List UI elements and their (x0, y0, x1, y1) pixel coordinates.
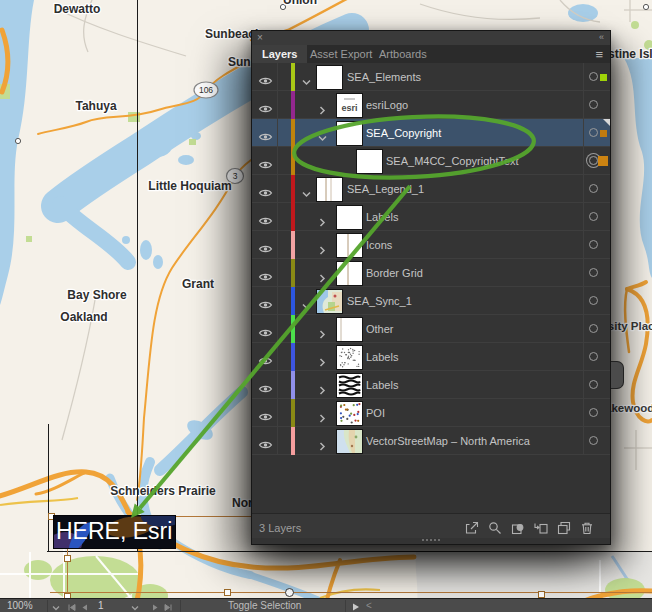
layer-name[interactable]: SEA_Sync_1 (347, 287, 412, 315)
layer-thumbnail[interactable] (336, 429, 363, 454)
artboard-number[interactable]: 1 (98, 599, 104, 612)
layer-row[interactable]: POI (252, 399, 610, 427)
layer-row[interactable]: SEA_M4CC_CopyrightText (252, 147, 610, 175)
selection-handle[interactable] (64, 555, 71, 562)
chevron-right-icon[interactable] (318, 241, 327, 259)
chevron-right-icon[interactable] (318, 101, 327, 119)
layer-name[interactable]: Other (366, 315, 394, 343)
visibility-eye-icon[interactable] (258, 380, 273, 398)
layer-thumbnail[interactable] (336, 373, 363, 398)
target-circle[interactable] (589, 184, 598, 193)
selection-center-point[interactable] (285, 588, 294, 597)
target-circle[interactable] (589, 436, 598, 445)
visibility-eye-icon[interactable] (258, 184, 273, 202)
chevron-down-icon[interactable] (302, 185, 311, 203)
layer-thumbnail[interactable] (356, 149, 383, 174)
chevron-down-icon[interactable] (302, 73, 311, 91)
layer-name[interactable]: Labels (366, 343, 398, 371)
collapse-panel-icon[interactable]: « (599, 31, 604, 44)
artboard-dropdown-icon[interactable] (131, 602, 139, 612)
panel-menu-icon[interactable]: ≡ (595, 46, 603, 63)
locate-object-icon[interactable] (488, 521, 502, 535)
chevron-right-icon[interactable] (318, 437, 327, 455)
new-layer-icon[interactable] (557, 521, 571, 535)
layer-name[interactable]: Border Grid (366, 259, 423, 287)
target-circle[interactable] (589, 240, 598, 249)
last-artboard-icon[interactable] (164, 602, 172, 612)
visibility-eye-icon[interactable] (258, 72, 273, 90)
layer-name[interactable]: esriLogo (366, 91, 408, 119)
selection-handle[interactable] (538, 591, 545, 598)
layer-thumbnail[interactable] (336, 345, 363, 370)
target-circle[interactable] (589, 156, 598, 165)
layer-row[interactable]: VectorStreetMap – North America (252, 427, 610, 455)
layer-row[interactable]: Labels (252, 371, 610, 399)
layer-thumbnail[interactable] (316, 65, 343, 90)
prev-artboard-icon[interactable] (81, 602, 88, 612)
first-artboard-icon[interactable] (68, 602, 76, 612)
selection-color-chip[interactable] (598, 156, 608, 166)
tab-artboards[interactable]: Artboards (369, 45, 437, 63)
chevron-right-icon[interactable] (318, 381, 327, 399)
visibility-eye-icon[interactable] (258, 156, 273, 174)
layer-thumbnail[interactable] (336, 261, 363, 286)
layer-row[interactable]: Border Grid (252, 259, 610, 287)
visibility-eye-icon[interactable] (258, 408, 273, 426)
visibility-eye-icon[interactable] (258, 240, 273, 258)
selection-color-chip[interactable] (600, 130, 607, 137)
layer-name[interactable]: POI (366, 399, 385, 427)
layer-name[interactable]: SEA_Elements (347, 63, 421, 91)
layer-name[interactable]: Icons (366, 231, 392, 259)
zoom-dropdown-icon[interactable] (52, 602, 60, 612)
panel-resize-grip[interactable] (252, 538, 610, 544)
layer-thumbnail[interactable]: esri (336, 93, 363, 118)
visibility-eye-icon[interactable] (258, 100, 273, 118)
layer-row[interactable]: SEA_Legend_1 (252, 175, 610, 203)
layer-thumbnail[interactable] (336, 205, 363, 230)
target-circle[interactable] (589, 324, 598, 333)
target-circle[interactable] (589, 72, 598, 81)
panel-drag-handle[interactable] (611, 361, 624, 389)
layer-thumbnail[interactable] (336, 317, 363, 342)
copyright-text-object[interactable]: HERE, Esri (53, 515, 176, 549)
target-circle[interactable] (589, 380, 598, 389)
visibility-eye-icon[interactable] (258, 436, 273, 454)
target-circle[interactable] (589, 408, 598, 417)
layer-row[interactable]: Labels (252, 203, 610, 231)
play-icon[interactable] (352, 602, 360, 612)
layer-name[interactable]: SEA_Copyright (366, 119, 441, 147)
selection-color-chip[interactable] (600, 74, 607, 81)
visibility-eye-icon[interactable] (258, 212, 273, 230)
layer-name[interactable]: SEA_Legend_1 (347, 175, 424, 203)
chevron-right-icon[interactable] (318, 213, 327, 231)
next-artboard-icon[interactable] (152, 602, 159, 612)
chevron-right-icon[interactable] (318, 409, 327, 427)
target-circle[interactable] (589, 268, 598, 277)
make-release-clipping-mask-icon[interactable] (511, 521, 525, 535)
target-circle[interactable] (589, 296, 598, 305)
layer-name[interactable]: SEA_M4CC_CopyrightText (386, 147, 519, 175)
layer-thumbnail[interactable] (316, 289, 343, 314)
chevron-right-icon[interactable] (318, 353, 327, 371)
chevron-down-icon[interactable] (302, 297, 311, 315)
layer-name[interactable]: Labels (366, 203, 398, 231)
close-icon[interactable]: × (257, 31, 263, 44)
back-arrow[interactable]: < (366, 599, 372, 612)
layer-row[interactable]: Icons (252, 231, 610, 259)
panel-titlebar[interactable]: × « (252, 31, 610, 46)
zoom-level[interactable]: 100% (7, 599, 33, 612)
layer-row[interactable]: Other (252, 315, 610, 343)
visibility-eye-icon[interactable] (258, 324, 273, 342)
delete-selection-icon[interactable] (580, 521, 594, 535)
toggle-selection-label[interactable]: Toggle Selection (228, 599, 301, 612)
chevron-right-icon[interactable] (318, 325, 327, 343)
new-sublayer-icon[interactable] (534, 521, 548, 535)
layer-name[interactable]: VectorStreetMap – North America (366, 427, 530, 455)
target-circle[interactable] (589, 128, 598, 137)
layer-row[interactable]: SEA_Copyright (252, 119, 610, 147)
layer-name[interactable]: Labels (366, 371, 398, 399)
layer-row[interactable]: SEA_Sync_1 (252, 287, 610, 315)
visibility-eye-icon[interactable] (258, 128, 273, 146)
chevron-right-icon[interactable] (318, 269, 327, 287)
chevron-down-icon[interactable] (318, 129, 327, 147)
